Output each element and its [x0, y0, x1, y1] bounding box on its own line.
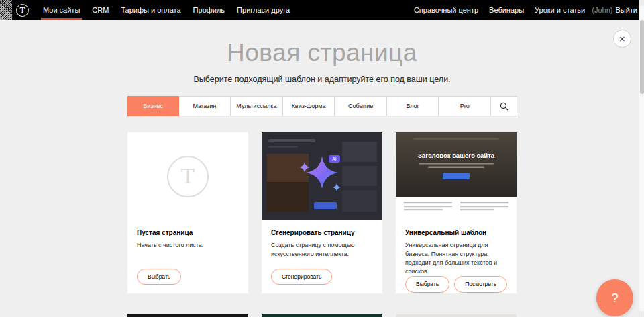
template-grid: T Пустая страница Начать с чистого листа…	[127, 132, 517, 293]
search-icon	[500, 102, 508, 111]
ai-badge: AI	[332, 156, 337, 161]
user-block: (John) Выйти	[592, 6, 637, 14]
pattern-decoration	[0, 0, 12, 20]
card-actions: Сгенерировать	[271, 269, 373, 285]
universal-template-preview: Заголовок вашего сайта	[396, 132, 517, 220]
tab-event[interactable]: Событие	[335, 97, 387, 116]
card-actions: Выбрать	[137, 269, 239, 285]
page-title: Новая страница	[0, 39, 644, 67]
select-universal-button[interactable]: Выбрать	[405, 276, 449, 293]
select-blank-button[interactable]: Выбрать	[137, 269, 181, 285]
preview-universal-button[interactable]: Посмотреть	[454, 276, 507, 293]
card-description: Создать страницу с помощью искусственног…	[271, 241, 373, 259]
card-title: Универсальный шаблон	[405, 229, 507, 236]
nav-my-sites[interactable]: Мои сайты	[37, 0, 86, 20]
generate-button[interactable]: Сгенерировать	[271, 269, 332, 285]
card-actions: Выбрать Посмотреть	[405, 276, 507, 293]
tab-business[interactable]: Бизнес	[127, 96, 179, 116]
card-description: Начать с чистого листа.	[137, 241, 239, 250]
card-body: Сгенерировать страницу Создать страницу …	[262, 220, 382, 293]
card-body: Универсальный шаблон Универсальная стран…	[396, 220, 517, 302]
secondary-nav: Справочный центр Вебинары Уроки и статьи	[409, 0, 590, 20]
template-card-ai: AI Сгенерировать страницу Создать страни…	[262, 132, 382, 293]
template-category-tabs: Бизнес Магазин Мультиссылка Квиз-форма С…	[127, 96, 517, 116]
scrollbar-thumb[interactable]	[640, 20, 644, 94]
tilda-logo-letter: T	[20, 7, 25, 14]
nav-help-center[interactable]: Справочный центр	[409, 0, 484, 20]
tilda-circle-logo-icon: T	[167, 156, 209, 197]
template-card-universal: Заголовок вашего сайта Универсальный шаб…	[396, 132, 517, 293]
card-title: Пустая страница	[137, 229, 239, 236]
scrollbar-up-arrow[interactable]	[639, 0, 644, 6]
template-card-partial-2[interactable]	[262, 314, 382, 317]
tilda-circle-logo-letter: T	[181, 165, 195, 188]
scrollbar-down-arrow[interactable]	[639, 311, 644, 317]
preview-heading: Заголовок вашего сайта	[418, 152, 495, 159]
ai-preview-art: AI	[262, 132, 382, 220]
nav-invite-friend[interactable]: Пригласи друга	[231, 0, 296, 20]
tab-shop[interactable]: Магазин	[179, 97, 231, 116]
ai-template-preview: AI	[262, 132, 382, 220]
scrollbar[interactable]	[639, 0, 644, 317]
tab-multilink[interactable]: Мультиссылка	[231, 97, 283, 116]
nav-profile[interactable]: Профиль	[187, 0, 231, 20]
help-button[interactable]: ?	[596, 279, 633, 316]
tab-pro[interactable]: Pro	[439, 97, 491, 116]
blank-template-preview: T	[127, 132, 248, 220]
tab-blog[interactable]: Блог	[387, 97, 439, 116]
template-grid-row-2	[127, 314, 517, 317]
nav-tariffs[interactable]: Тарифы и оплата	[115, 0, 186, 20]
card-title: Сгенерировать страницу	[271, 229, 373, 236]
nav-webinars[interactable]: Вебинары	[484, 0, 529, 20]
question-mark-icon: ?	[611, 291, 619, 306]
page-subtitle: Выберите подходящий шаблон и адаптируйте…	[0, 75, 644, 84]
template-card-partial-1[interactable]	[127, 314, 248, 317]
close-icon: ×	[619, 34, 625, 44]
nav-lessons[interactable]: Уроки и статьи	[529, 0, 590, 20]
card-description: Универсальная страница для бизнеса. Поня…	[405, 241, 507, 276]
card-body: Пустая страница Начать с чистого листа. …	[127, 220, 248, 293]
close-button[interactable]: ×	[613, 30, 631, 48]
tab-search[interactable]	[491, 97, 517, 116]
tilda-logo[interactable]: T	[16, 4, 29, 17]
topbar: T Мои сайты CRM Тарифы и оплата Профиль …	[0, 0, 644, 20]
template-card-blank: T Пустая страница Начать с чистого листа…	[127, 132, 248, 293]
nav-crm[interactable]: CRM	[86, 0, 115, 20]
logout-link[interactable]: Выйти	[615, 6, 637, 14]
main-nav: Мои сайты CRM Тарифы и оплата Профиль Пр…	[37, 0, 296, 20]
template-card-partial-3[interactable]	[396, 314, 517, 317]
tab-quiz-form[interactable]: Квиз-форма	[283, 97, 335, 116]
user-name: (John)	[592, 6, 612, 14]
universal-preview-art: Заголовок вашего сайта	[396, 132, 517, 220]
